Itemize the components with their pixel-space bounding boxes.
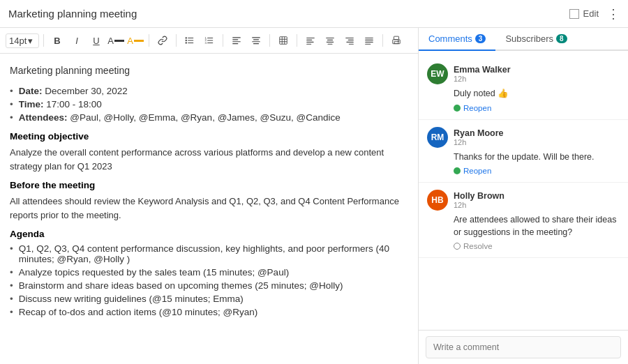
document-heading: Marketing planning meeting xyxy=(10,65,408,76)
comment-text: Duly noted 👍 xyxy=(454,88,620,100)
svg-rect-40 xyxy=(365,44,371,45)
text-color-button[interactable]: A xyxy=(107,31,125,50)
svg-rect-7 xyxy=(207,38,213,38)
svg-rect-43 xyxy=(394,42,398,44)
italic-button[interactable]: I xyxy=(68,31,86,50)
svg-rect-39 xyxy=(365,42,373,43)
comment-time: 12h xyxy=(454,138,504,146)
svg-rect-18 xyxy=(252,41,260,42)
list-item: • Date: December 30, 2022 xyxy=(10,86,408,96)
bullet-dot: • xyxy=(10,307,13,317)
tab-comments[interactable]: Comments 3 xyxy=(419,28,495,51)
header: Marketing planning meeting Edit ⋮ xyxy=(0,0,628,28)
svg-rect-20 xyxy=(280,37,287,45)
comment-text: Thanks for the update. Will be there. xyxy=(454,151,620,164)
svg-rect-28 xyxy=(306,44,311,45)
section-heading-before: Before the meeting xyxy=(10,180,408,190)
svg-rect-30 xyxy=(327,40,333,40)
align-left-2-button[interactable] xyxy=(301,31,320,50)
list-item: • Recap of to-dos and action items (@10 … xyxy=(10,307,408,317)
toolbar: 14pt ▾ B I U A A xyxy=(0,28,418,54)
justify-button[interactable] xyxy=(360,31,378,50)
svg-rect-37 xyxy=(365,38,373,38)
agenda-list: • Q1, Q2, Q3, Q4 content performance dis… xyxy=(10,243,408,317)
resolve-button[interactable]: Resolve xyxy=(454,242,620,250)
svg-rect-27 xyxy=(306,42,314,43)
bullet-dot: • xyxy=(10,112,13,123)
svg-rect-13 xyxy=(232,39,238,40)
avatar: RM xyxy=(427,127,448,148)
toolbar-separator-1 xyxy=(43,34,44,47)
svg-rect-17 xyxy=(253,39,259,40)
numbered-list-button[interactable]: 1. 2. 3. xyxy=(200,31,218,50)
comment-meta: Emma Walker 12h xyxy=(454,65,511,83)
svg-rect-25 xyxy=(306,38,315,38)
table-button[interactable] xyxy=(274,31,292,50)
svg-point-4 xyxy=(186,42,187,43)
font-size-selector[interactable]: 14pt ▾ xyxy=(6,33,39,48)
main-layout: 14pt ▾ B I U A A xyxy=(0,28,628,364)
comment-header: EW Emma Walker 12h xyxy=(427,63,620,84)
info-list: • Date: December 30, 2022 • Time: 17:00 … xyxy=(10,86,408,123)
comment-time: 12h xyxy=(454,75,511,83)
tabs: Comments 3 Subscribers 8 xyxy=(419,28,628,51)
right-panel: Comments 3 Subscribers 8 EW Emma Walker … xyxy=(419,28,628,364)
more-options-button[interactable]: ⋮ xyxy=(607,6,620,22)
svg-point-2 xyxy=(186,40,187,41)
comment-item: HB Holly Brown 12h Are attendees allowed… xyxy=(419,183,628,258)
list-item: • Time: 17:00 - 18:00 xyxy=(10,99,408,109)
toolbar-separator-2 xyxy=(149,34,149,47)
svg-rect-12 xyxy=(232,37,241,38)
list-item: • Attendees: @Paul, @Holly, @Emma, @Ryan… xyxy=(10,112,408,123)
svg-rect-14 xyxy=(232,41,241,42)
align-center-2-button[interactable] xyxy=(321,31,339,50)
tab-subscribers[interactable]: Subscribers 8 xyxy=(495,28,576,50)
print-button[interactable] xyxy=(387,31,405,50)
editor-content[interactable]: Marketing planning meeting • Date: Decem… xyxy=(0,54,418,364)
svg-rect-41 xyxy=(394,36,399,40)
subscribers-badge: 8 xyxy=(556,34,567,43)
list-item: • Q1, Q2, Q3, Q4 content performance dis… xyxy=(10,243,408,264)
comment-author: Emma Walker xyxy=(454,65,511,75)
edit-checkbox[interactable] xyxy=(569,9,579,19)
comment-input[interactable] xyxy=(426,336,621,358)
document-title: Marketing planning meeting xyxy=(8,8,569,20)
action-dot xyxy=(454,243,461,250)
comments-list: EW Emma Walker 12h Duly noted 👍 Reopen xyxy=(419,51,628,330)
svg-rect-26 xyxy=(306,40,312,40)
svg-rect-33 xyxy=(345,38,354,38)
underline-button[interactable]: U xyxy=(87,31,105,50)
bold-button[interactable]: B xyxy=(48,31,66,50)
reopen-button[interactable]: Reopen xyxy=(454,167,620,175)
bullet-dot: • xyxy=(10,294,13,304)
bullet-dot: • xyxy=(10,99,13,109)
bullet-dot: • xyxy=(10,280,13,291)
highlight-button[interactable]: A xyxy=(126,31,144,50)
edit-label[interactable]: Edit xyxy=(583,8,599,19)
reopen-button[interactable]: Reopen xyxy=(454,104,620,112)
comment-text: Are attendees allowed to share their ide… xyxy=(454,214,620,238)
edit-area: Edit xyxy=(569,8,599,19)
comment-time: 12h xyxy=(454,201,504,209)
svg-rect-29 xyxy=(326,38,334,38)
comment-meta: Ryan Moore 12h xyxy=(454,128,504,146)
link-button[interactable] xyxy=(154,31,172,50)
bullet-list-button[interactable] xyxy=(181,31,199,50)
toolbar-separator-5 xyxy=(269,34,270,47)
svg-rect-19 xyxy=(253,43,259,44)
section-body-before: All attendees should review the Keyword … xyxy=(10,195,408,222)
align-right-button[interactable] xyxy=(341,31,359,50)
align-center-button[interactable] xyxy=(247,31,265,50)
section-body-objective: Analyze the overall content performance … xyxy=(10,146,408,173)
bullet-dot: • xyxy=(10,86,13,96)
align-left-button[interactable] xyxy=(227,31,246,50)
svg-point-0 xyxy=(186,37,187,38)
svg-rect-15 xyxy=(232,43,238,44)
highlight-color-indicator xyxy=(134,40,144,42)
avatar: EW xyxy=(427,63,448,84)
svg-rect-11 xyxy=(207,43,213,43)
list-item: • Analyze topics requested by the sales … xyxy=(10,267,408,278)
svg-rect-34 xyxy=(348,40,354,40)
toolbar-separator-7 xyxy=(382,34,383,47)
svg-rect-1 xyxy=(188,38,193,38)
